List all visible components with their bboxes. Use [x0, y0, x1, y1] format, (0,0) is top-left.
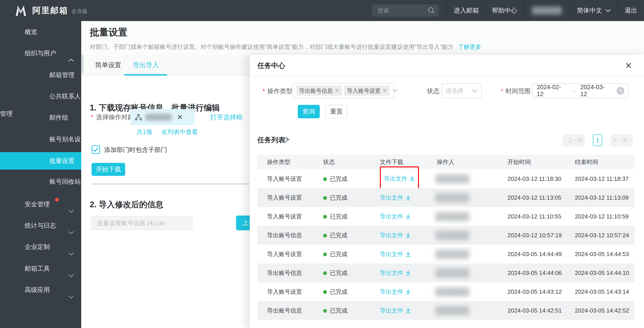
export-file-link[interactable]: 导出文件 — [380, 301, 411, 320]
col-operation-type: 操作类型 — [267, 155, 290, 169]
remove-tag-icon[interactable]: ✕ — [382, 88, 387, 94]
query-button[interactable]: 查询 — [298, 105, 320, 118]
clear-date-icon[interactable]: ✕ — [616, 87, 624, 95]
logo-badge: 企业版 — [71, 8, 88, 15]
table-row: 导入账号设置 已完成 导出文件 2024-03-12 11:18:30 2024… — [258, 169, 634, 188]
reset-button[interactable]: 重置 — [325, 105, 347, 118]
operation-type-label: 操作类型 — [267, 87, 292, 96]
alimail-admin-app: 阿里邮箱 企业版 进入邮箱 帮助中心 简体中文 退出 概览 组织与用户 邮箱 — [0, 0, 644, 328]
tab-strip: 简单设置 导出导入 — [81, 55, 261, 76]
sidebar-item-advanced-apps[interactable]: 高级应用 — [0, 281, 81, 299]
sidebar-item-mail-groups[interactable]: 邮件组 — [0, 109, 81, 126]
page-header: 批量设置 对部门、子部门或单个邮箱账号进行设置。对个别账号操作建议使用“简单设置… — [81, 21, 644, 55]
col-start-time: 开始时间 — [508, 155, 531, 169]
export-file-link[interactable]: 导出文件 — [380, 207, 411, 226]
download-icon — [406, 270, 411, 276]
export-file-link[interactable]: 导出文件 — [380, 188, 411, 207]
download-icon — [406, 195, 411, 200]
enter-mailbox-button[interactable]: 进入邮箱 — [447, 0, 485, 21]
import-file-input[interactable] — [91, 216, 192, 230]
table-row: 导入账号设置 已完成 导出文件 2024-03-05 14:44:49 2024… — [258, 245, 634, 264]
date-end[interactable]: 2024-03-12 — [580, 84, 612, 98]
table-row: 导入账号设置 已完成 导出文件 2024-03-12 11:13:05 2024… — [258, 188, 634, 207]
top-bar: 阿里邮箱 企业版 进入邮箱 帮助中心 简体中文 退出 — [0, 0, 644, 21]
include-subdept-checkbox[interactable] — [92, 146, 100, 154]
download-icon — [406, 308, 411, 314]
export-file-link[interactable]: 导出文件 — [380, 226, 411, 245]
account-name-blurred[interactable] — [524, 0, 570, 21]
download-icon — [410, 176, 415, 181]
blurred-account — [532, 6, 562, 14]
logout-button[interactable]: 退出 — [618, 0, 644, 21]
search-icon[interactable] — [428, 7, 435, 15]
sidebar-item-mailbox-tools[interactable]: 邮箱工具 — [0, 260, 81, 277]
sidebar-item-stats-logs[interactable]: 统计与日志 — [0, 217, 81, 234]
chevron-down-icon — [472, 87, 478, 94]
col-operator: 操作人 — [437, 155, 454, 169]
refresh-icon[interactable]: ⟳ — [283, 134, 290, 146]
export-file-link[interactable]: 导出文件 — [384, 169, 415, 188]
remove-object-icon[interactable]: ✕ — [177, 113, 183, 121]
status-done-dot — [323, 177, 327, 181]
required-mark: * — [501, 87, 503, 96]
sidebar-item-batch-settings[interactable]: 批量设置 — [0, 152, 81, 169]
language-menu[interactable]: 简体中文 — [571, 0, 617, 21]
selection-count: 共1项 — [137, 129, 152, 135]
blurred-operator — [435, 231, 470, 240]
operation-type-multiselect[interactable]: 导出账号信息✕ 导入账号设置✕ — [292, 83, 394, 98]
tab-export-import[interactable]: 导出导入 — [133, 55, 159, 75]
blurred-operator — [435, 193, 470, 202]
status-label: 状态 — [427, 87, 440, 96]
start-download-button[interactable]: 开始下载 — [92, 163, 125, 176]
tab-simple-settings[interactable]: 简单设置 — [95, 55, 121, 75]
help-center-button[interactable]: 帮助中心 — [486, 0, 523, 21]
pagination-current-page[interactable]: 1 — [593, 135, 602, 146]
download-icon — [406, 213, 411, 219]
table-row: 导入账号设置 已完成 导出文件 2024-03-12 11:10:55 2024… — [258, 207, 634, 226]
export-file-link[interactable]: 导出文件 — [380, 245, 411, 264]
sidebar-item-alias-settings[interactable]: 账号别名设置 — [0, 131, 81, 148]
page-title: 批量设置 — [90, 26, 128, 38]
sidebar-item-org-users[interactable]: 组织与用户 — [0, 45, 81, 62]
blurred-operator — [435, 306, 470, 316]
learn-more-link[interactable]: 了解更多 — [458, 43, 481, 50]
pagination-next-button[interactable]: 下一页 › — [611, 135, 632, 146]
table-row: 导出账号信息 已完成 导出文件 2024-03-05 14:42:51 2024… — [258, 301, 634, 320]
blurred-operator — [435, 268, 470, 278]
sidebar-item-overview[interactable]: 概览 — [0, 23, 81, 41]
status-select[interactable]: 请选择 — [442, 83, 482, 98]
sidebar-item-enterprise-custom[interactable]: 企业定制 — [0, 238, 81, 256]
chevron-down-icon — [605, 9, 611, 12]
selected-object-tag[interactable]: ✕ — [130, 109, 194, 125]
remove-tag-icon[interactable]: ✕ — [335, 88, 339, 94]
open-selector-link[interactable]: 打开选择框 — [210, 113, 243, 122]
task-center-title: 任务中心 — [258, 55, 285, 76]
export-file-link[interactable]: 导出文件 — [380, 264, 411, 282]
batch-settings-panel: 简单设置 导出导入 1. 下载现存账号信息，批量进行编辑 * 选择操作对象 ✕ … — [81, 55, 261, 328]
date-start[interactable]: 2024-02-12 — [537, 84, 568, 98]
alimail-logo-icon — [14, 4, 28, 17]
export-file-link[interactable]: 导出文件 — [380, 282, 411, 301]
search-box[interactable] — [372, 4, 438, 16]
sidebar: 概览 组织与用户 邮箱管理 公共联系人管理 邮件组 账号别名设置 批量设置 账号… — [0, 21, 81, 328]
status-done-dot — [323, 215, 327, 219]
logo-text: 阿里邮箱 — [32, 5, 68, 16]
active-tab-underline — [124, 74, 167, 75]
col-status: 状态 — [323, 155, 335, 169]
table-row: 导出账号信息 已完成 导出文件 2024-03-05 14:44:06 2024… — [258, 264, 634, 282]
blurred-operator — [435, 250, 470, 259]
pagination-prev-button[interactable]: ‹ 上一页 — [563, 135, 584, 146]
chevron-down-icon — [392, 89, 398, 93]
close-icon[interactable]: ✕ — [625, 61, 632, 71]
view-in-list-link[interactable]: 在列表中查看 — [162, 129, 198, 135]
scrollbar-thumb[interactable] — [82, 54, 84, 74]
sidebar-item-public-contacts[interactable]: 公共联系人管理 — [0, 88, 81, 105]
sidebar-item-security-mgmt[interactable]: 安全管理 — [0, 196, 81, 213]
blurred-operator — [435, 174, 470, 184]
blurred-object-name — [146, 114, 172, 121]
date-range-input[interactable]: 2024-02-12 - 2024-03-12 ✕ — [532, 83, 629, 98]
download-icon — [406, 289, 411, 295]
logo[interactable]: 阿里邮箱 企业版 — [14, 0, 88, 21]
sidebar-item-mailbox-mgmt[interactable]: 邮箱管理 — [0, 66, 81, 84]
sidebar-item-account-recycle[interactable]: 账号回收站 — [0, 173, 81, 190]
